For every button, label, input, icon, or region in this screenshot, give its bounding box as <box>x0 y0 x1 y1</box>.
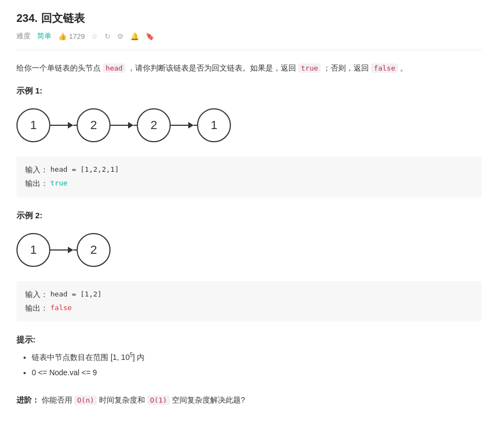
o1-code: O(1) <box>147 395 170 405</box>
difficulty-label: 难度 <box>16 31 31 41</box>
example2-input-val: head = [1,2] <box>50 288 102 301</box>
example2-output-label: 输出： <box>25 301 48 315</box>
node-1b: 1 <box>197 108 231 142</box>
advanced-label: 进阶： <box>16 395 39 404</box>
example1-input-label: 输入： <box>25 163 48 177</box>
head-code: head <box>103 63 125 73</box>
arrow-1 <box>50 122 77 129</box>
example2-input-line: 输入： head = [1,2] <box>25 288 473 301</box>
divider <box>16 50 482 50</box>
problem-description: 给你一个单链表的头节点 head ，请你判断该链表是否为回文链表。如果是，返回 … <box>16 61 482 75</box>
false-code: false <box>371 63 398 73</box>
example2-block: 示例 2: 1 2 输入： head = [1,2] 输出： false <box>16 211 482 322</box>
node-2a: 2 <box>77 108 111 142</box>
hints-title: 提示: <box>16 335 482 345</box>
example1-diagram: 1 2 2 1 <box>16 103 482 148</box>
node-2b: 2 <box>137 108 171 142</box>
example1-input-line: 输入： head = [1,2,2,1] <box>25 163 473 177</box>
node-e2-2: 2 <box>77 233 111 267</box>
node-1: 1 <box>16 108 50 142</box>
advanced-section: 进阶： 你能否用 O(n) 时间复杂度和 O(1) 空间复杂度解决此题? <box>16 393 482 407</box>
arrow-3 <box>171 122 197 129</box>
hint1: 链表中节点数目在范围 [1, 105] 内 <box>32 350 482 365</box>
example1-block: 示例 1: 1 2 2 1 输入： head = [1,2,2, <box>16 86 482 197</box>
problem-title: 234. 回文链表 <box>16 11 482 26</box>
bell-icon[interactable]: 🔔 <box>130 32 139 40</box>
refresh-icon[interactable]: ↻ <box>105 32 111 40</box>
translate-icon[interactable]: ⚙ <box>117 32 124 40</box>
hints-list: 链表中节点数目在范围 [1, 105] 内 0 <= Node.val <= 9 <box>16 350 482 380</box>
on-code: O(n) <box>74 395 97 405</box>
example2-io: 输入： head = [1,2] 输出： false <box>16 281 482 322</box>
example1-output-val: true <box>50 177 67 190</box>
example2-output-line: 输出： false <box>25 301 473 315</box>
hint2: 0 <= Node.val <= 9 <box>32 365 482 380</box>
example1-io: 输入： head = [1,2,2,1] 输出： true <box>16 156 482 197</box>
example2-input-label: 输入： <box>25 288 48 301</box>
example2-diagram: 1 2 <box>16 228 482 272</box>
example1-output-line: 输出： true <box>25 177 473 190</box>
bookmark-icon[interactable]: 🔖 <box>146 32 154 40</box>
example1-input-val: head = [1,2,2,1] <box>50 163 119 177</box>
difficulty-value: 简单 <box>37 31 51 41</box>
example1-title: 示例 1: <box>16 86 482 96</box>
node-e2-1: 1 <box>16 233 50 267</box>
hints-section: 提示: 链表中节点数目在范围 [1, 105] 内 0 <= Node.val … <box>16 335 482 380</box>
example1-output-label: 输出： <box>25 177 48 190</box>
thumbup-icon[interactable]: 👍 <box>58 32 67 40</box>
meta-row: 难度 简单 👍 1729 ☆ ↻ ⚙ 🔔 🔖 <box>16 31 482 41</box>
example2-output-val: false <box>50 301 72 315</box>
true-code: true <box>298 63 321 73</box>
likes-section: 👍 1729 <box>58 32 85 40</box>
example2-title: 示例 2: <box>16 211 482 221</box>
star-icon[interactable]: ☆ <box>91 32 98 40</box>
arrow-e2-1 <box>50 247 77 253</box>
arrow-2 <box>111 122 137 129</box>
